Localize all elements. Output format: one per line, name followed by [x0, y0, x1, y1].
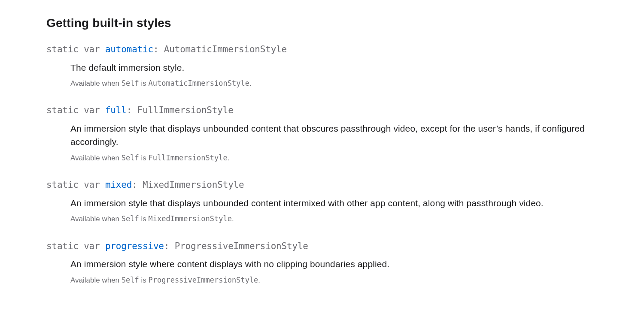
symbol-name-link[interactable]: full [105, 105, 127, 115]
keyword-static: static [46, 105, 79, 115]
symbol-type: ProgressiveImmersionStyle [175, 241, 308, 251]
symbol-list: static var automatic: AutomaticImmersion… [46, 43, 610, 286]
symbol-item: static var mixed: MixedImmersionStyle An… [46, 178, 610, 225]
symbol-availability: Available when Self is ProgressiveImmers… [70, 274, 610, 286]
symbol-availability: Available when Self is FullImmersionStyl… [70, 152, 610, 164]
availability-self: Self [122, 79, 139, 87]
symbol-abstract: An immersion style where content display… [70, 257, 610, 271]
availability-self: Self [122, 276, 139, 284]
documentation-section: Getting built-in styles static var autom… [0, 0, 644, 313]
symbol-declaration: static var automatic: AutomaticImmersion… [46, 43, 610, 57]
keyword-var: var [84, 105, 100, 115]
availability-constraint-type: MixedImmersionStyle [148, 214, 231, 223]
keyword-var: var [84, 241, 100, 251]
symbol-abstract: An immersion style that displays unbound… [70, 196, 610, 210]
symbol-abstract: The default immersion style. [70, 61, 610, 75]
availability-constraint-type: AutomaticImmersionStyle [148, 79, 249, 87]
keyword-static: static [46, 180, 79, 190]
symbol-declaration: static var full: FullImmersionStyle [46, 104, 610, 117]
availability-self: Self [122, 153, 139, 162]
availability-self: Self [122, 214, 139, 223]
symbol-type: AutomaticImmersionStyle [164, 44, 287, 54]
section-heading: Getting built-in styles [46, 16, 610, 30]
symbol-type: FullImmersionStyle [137, 105, 234, 115]
keyword-static: static [46, 241, 79, 251]
symbol-item: static var full: FullImmersionStyle An i… [46, 104, 610, 164]
symbol-name-link[interactable]: mixed [105, 180, 132, 190]
symbol-availability: Available when Self is AutomaticImmersio… [70, 78, 610, 89]
keyword-var: var [84, 180, 100, 190]
symbol-type: MixedImmersionStyle [143, 180, 244, 190]
symbol-name-link[interactable]: progressive [105, 241, 164, 251]
keyword-var: var [84, 44, 100, 54]
availability-constraint-type: ProgressiveImmersionStyle [148, 276, 258, 284]
symbol-item: static var automatic: AutomaticImmersion… [46, 43, 610, 89]
symbol-item: static var progressive: ProgressiveImmer… [46, 240, 610, 286]
symbol-availability: Available when Self is MixedImmersionSty… [70, 213, 610, 225]
symbol-name-link[interactable]: automatic [105, 44, 153, 54]
keyword-static: static [46, 44, 79, 54]
availability-constraint-type: FullImmersionStyle [148, 153, 227, 162]
symbol-declaration: static var mixed: MixedImmersionStyle [46, 178, 610, 192]
symbol-abstract: An immersion style that displays unbound… [70, 122, 610, 149]
symbol-declaration: static var progressive: ProgressiveImmer… [46, 240, 610, 253]
